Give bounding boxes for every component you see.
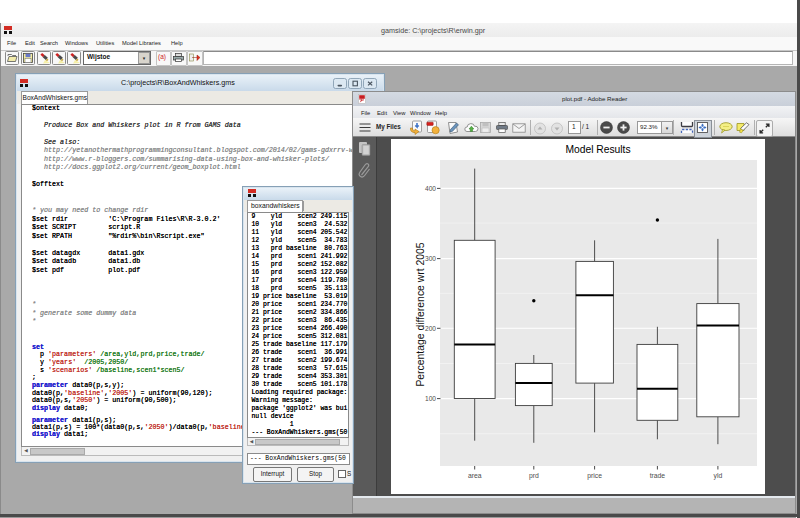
svg-text:300: 300 (425, 255, 436, 262)
svg-text:price: price (587, 472, 602, 480)
svg-text:200: 200 (425, 325, 436, 332)
svg-text:Percentage difference wrt 2005: Percentage difference wrt 2005 (415, 242, 426, 386)
svg-text:yld: yld (714, 472, 723, 480)
svg-text:Model Results: Model Results (565, 144, 630, 155)
svg-text:100: 100 (425, 395, 436, 402)
svg-text:prd: prd (529, 472, 539, 480)
svg-text:area: area (468, 472, 482, 479)
svg-text:400: 400 (425, 185, 436, 192)
svg-text:trade: trade (650, 472, 666, 479)
